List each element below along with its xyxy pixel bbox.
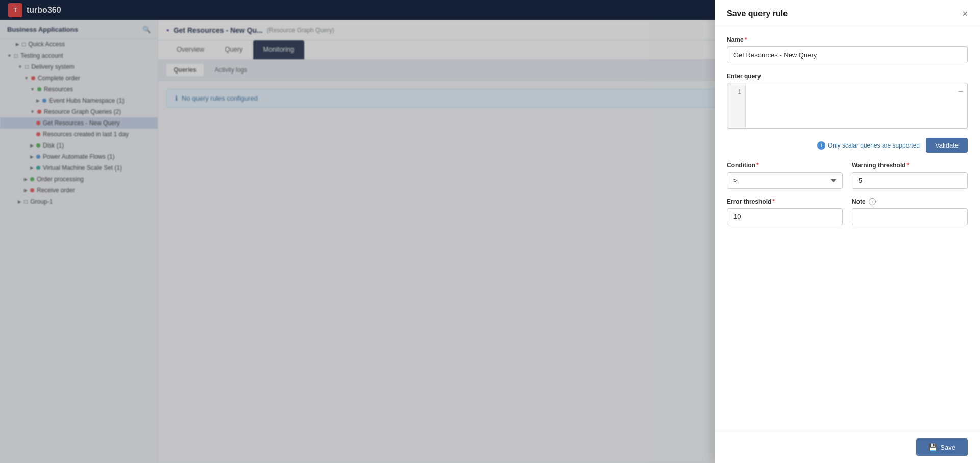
info-circle-icon: i: [817, 141, 825, 150]
query-input[interactable]: [746, 83, 953, 128]
note-info-icon[interactable]: i: [869, 198, 876, 205]
name-input[interactable]: [727, 46, 968, 63]
enter-query-label: Enter query: [727, 72, 968, 80]
save-button[interactable]: 💾 Save: [916, 438, 968, 456]
error-threshold-input[interactable]: [727, 208, 843, 225]
condition-warning-row: Condition* > >= < <= = != Warning thresh…: [727, 162, 968, 198]
modal-header: Save query rule ×: [715, 0, 980, 26]
validate-button[interactable]: Validate: [926, 138, 968, 153]
query-editor[interactable]: 1 −: [727, 83, 968, 129]
name-label: Name*: [727, 36, 968, 43]
modal-close-button[interactable]: ×: [962, 9, 968, 18]
name-form-group: Name*: [727, 36, 968, 63]
condition-select[interactable]: > >= < <= = !=: [727, 172, 843, 189]
error-note-row: Error threshold* Note i: [727, 198, 968, 234]
warning-threshold-input[interactable]: [852, 172, 968, 189]
modal-title: Save query rule: [727, 9, 788, 18]
required-indicator: *: [745, 36, 747, 43]
query-line-numbers: 1: [727, 83, 746, 128]
enter-query-form-group: Enter query 1 −: [727, 72, 968, 129]
save-icon: 💾: [928, 443, 937, 451]
condition-label: Condition*: [727, 162, 843, 169]
error-threshold-form-group: Error threshold*: [727, 198, 843, 225]
scalar-info: i Only scalar queries are supported: [817, 141, 920, 150]
note-form-group: Note i: [852, 198, 968, 225]
note-input[interactable]: [852, 208, 968, 225]
modal-body: Name* Enter query 1 − i Only scalar quer…: [715, 26, 980, 431]
save-query-rule-modal: Save query rule × Name* Enter query 1 −: [715, 0, 980, 463]
warning-threshold-label: Warning threshold*: [852, 162, 968, 169]
minimize-icon[interactable]: −: [953, 83, 967, 100]
error-threshold-label: Error threshold*: [727, 198, 843, 205]
note-label: Note i: [852, 198, 968, 205]
validate-row: i Only scalar queries are supported Vali…: [727, 138, 968, 153]
condition-form-group: Condition* > >= < <= = !=: [727, 162, 843, 189]
modal-footer: 💾 Save: [715, 431, 980, 463]
warning-threshold-form-group: Warning threshold*: [852, 162, 968, 189]
